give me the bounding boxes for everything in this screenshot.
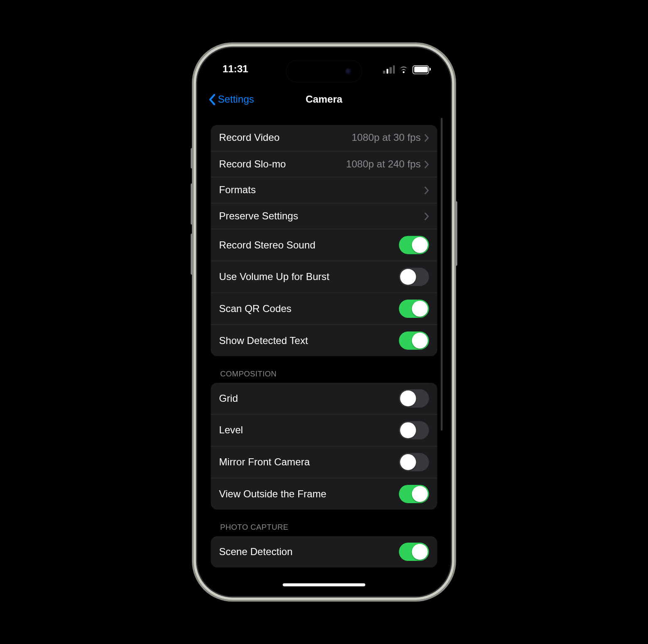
row-label: Use Volume Up for Burst xyxy=(219,271,399,283)
status-time: 11:31 xyxy=(223,64,248,75)
screen: 11:31 Settings xyxy=(202,53,445,591)
level-toggle[interactable] xyxy=(399,421,429,440)
row-label: View Outside the Frame xyxy=(219,488,399,500)
record-slomo-row[interactable]: Record Slo-mo 1080p at 240 fps xyxy=(211,151,437,177)
view-outside-frame-toggle[interactable] xyxy=(399,485,429,503)
row-label: Grid xyxy=(219,393,399,404)
scan-qr-codes-row: Scan QR Codes xyxy=(211,293,437,324)
chevron-right-icon xyxy=(424,212,429,220)
row-label: Formats xyxy=(219,184,424,196)
row-label: Show Detected Text xyxy=(219,335,399,347)
formats-row[interactable]: Formats xyxy=(211,177,437,203)
nav-bar: Settings Camera xyxy=(202,86,445,113)
row-label: Record Slo-mo xyxy=(219,158,346,170)
show-detected-text-toggle[interactable] xyxy=(399,332,429,350)
back-label: Settings xyxy=(218,93,254,105)
chevron-left-icon xyxy=(209,93,216,105)
record-stereo-sound-row: Record Stereo Sound xyxy=(211,229,437,261)
view-outside-frame-row: View Outside the Frame xyxy=(211,478,437,510)
home-indicator[interactable] xyxy=(283,583,366,586)
photo-capture-header: PHOTO CAPTURE xyxy=(211,510,437,536)
scene-detection-row: Scene Detection xyxy=(211,536,437,567)
volume-burst-toggle[interactable] xyxy=(399,268,429,286)
row-value: 1080p at 240 fps xyxy=(346,158,421,170)
record-video-row[interactable]: Record Video 1080p at 30 fps xyxy=(211,125,437,151)
row-label: Scan QR Codes xyxy=(219,303,399,315)
phone-frame: 11:31 Settings xyxy=(197,48,451,597)
camera-group: Record Video 1080p at 30 fps Record Slo-… xyxy=(211,125,437,356)
dynamic-island xyxy=(286,60,363,83)
grid-toggle[interactable] xyxy=(399,389,429,408)
scan-qr-codes-toggle[interactable] xyxy=(399,300,429,318)
battery-icon xyxy=(412,65,429,74)
chevron-right-icon xyxy=(424,134,429,142)
volume-up-button xyxy=(191,183,194,224)
ringer-switch xyxy=(191,148,194,169)
chevron-right-icon xyxy=(424,160,429,168)
row-label: Scene Detection xyxy=(219,546,399,558)
settings-content[interactable]: Record Video 1080p at 30 fps Record Slo-… xyxy=(202,113,445,591)
row-label: Mirror Front Camera xyxy=(219,456,399,468)
composition-header: COMPOSITION xyxy=(211,356,437,383)
cellular-signal-icon xyxy=(383,65,395,74)
back-button[interactable]: Settings xyxy=(209,86,254,113)
wifi-icon xyxy=(398,66,409,73)
row-label: Record Video xyxy=(219,132,351,144)
volume-down-button xyxy=(191,234,194,275)
mirror-front-camera-toggle[interactable] xyxy=(399,453,429,471)
row-label: Record Stereo Sound xyxy=(219,239,399,251)
volume-burst-row: Use Volume Up for Burst xyxy=(211,261,437,293)
mirror-front-camera-row: Mirror Front Camera xyxy=(211,446,437,478)
record-stereo-sound-toggle[interactable] xyxy=(399,236,429,254)
row-label: Preserve Settings xyxy=(219,210,424,222)
level-row: Level xyxy=(211,414,437,446)
scrollbar[interactable] xyxy=(441,118,442,431)
nav-title: Camera xyxy=(306,93,343,105)
side-button xyxy=(454,201,457,266)
grid-row: Grid xyxy=(211,383,437,414)
photo-capture-group: Scene Detection xyxy=(211,536,437,567)
chevron-right-icon xyxy=(424,186,429,194)
composition-group: Grid Level Mirror Front Camera View Outs… xyxy=(211,383,437,509)
scene-detection-toggle[interactable] xyxy=(399,543,429,561)
row-value: 1080p at 30 fps xyxy=(351,132,420,144)
row-label: Level xyxy=(219,424,399,436)
preserve-settings-row[interactable]: Preserve Settings xyxy=(211,203,437,229)
front-camera-icon xyxy=(345,68,352,75)
show-detected-text-row: Show Detected Text xyxy=(211,324,437,356)
